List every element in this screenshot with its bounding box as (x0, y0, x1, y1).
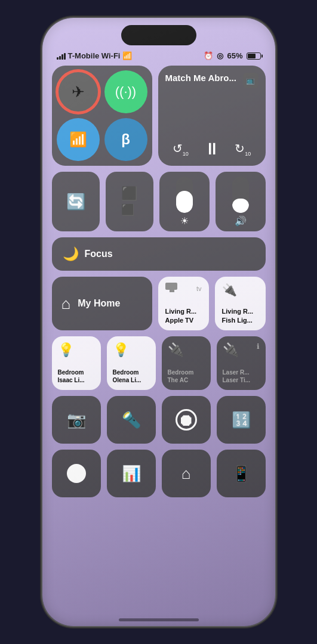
now-playing-title: Match Me Abro... (165, 73, 236, 83)
rewind-10-button[interactable]: ↺10 (173, 141, 189, 157)
row-4: ⌂ My Home tv Living R...Apple TV (52, 277, 266, 330)
dot-record-icon (67, 464, 86, 483)
now-playing-widget[interactable]: Match Me Abro... 📺 ↺10 ⏸ ↻10 (158, 66, 266, 166)
olena-light-label: BedroomOlena Li... (113, 369, 141, 384)
ac-icon: 🔌 (168, 342, 184, 358)
connectivity-block: ✈ ((·)) 📶 β (52, 66, 152, 166)
row-3: 🌙 Focus (52, 237, 266, 271)
focus-label: Focus (85, 249, 113, 259)
camera-button[interactable]: 📷 (52, 396, 101, 444)
brightness-fill (176, 191, 193, 213)
apple-tv-icon (165, 283, 178, 294)
my-home-label: My Home (78, 298, 120, 309)
status-bar: T-Mobile Wi-Fi 📶 ⏰ ◎ 65% (57, 51, 261, 60)
fish-light-button[interactable]: 🔌 Living R...Fish Lig... (215, 277, 266, 330)
signal-icon (57, 52, 66, 60)
airplane-icon: ✈ (72, 83, 85, 101)
row-1: ✈ ((·)) 📶 β Match Me Abro... 📺 (52, 66, 266, 166)
outlet-icon: 🔌 (222, 283, 237, 297)
row-2: 🔄 ⬛⬛ ☀ 🔊 (52, 172, 266, 231)
laser-icon: 🔌 (223, 342, 239, 358)
flashlight-button[interactable]: 🔦 (107, 396, 156, 444)
battery-icon (247, 52, 261, 60)
control-center: ✈ ((·)) 📶 β Match Me Abro... 📺 (52, 66, 266, 617)
status-carrier: T-Mobile Wi-Fi 📶 (57, 51, 133, 60)
volume-fill (232, 199, 249, 213)
carrier-text: T-Mobile Wi-Fi (68, 51, 121, 60)
volume-icon: 🔊 (235, 215, 247, 227)
now-playing-controls: ↺10 ⏸ ↻10 (165, 139, 258, 159)
cellular-icon: ((·)) (115, 84, 136, 100)
voice-icon: 📊 (122, 465, 141, 483)
screen-mirror-button[interactable]: ⬛⬛ (106, 172, 153, 231)
isaac-light-label: BedroomIsaac Li... (58, 369, 85, 384)
calculator-button[interactable]: 🔢 (217, 396, 266, 444)
rotation-lock-icon: 🔄 (66, 193, 85, 211)
laser-info-icon: ℹ (257, 342, 260, 351)
svg-rect-0 (165, 283, 177, 290)
fish-light-label: Living R...Fish Lig... (222, 307, 254, 324)
now-playing-top: Match Me Abro... 📺 (165, 73, 258, 88)
airplane-mode-button[interactable]: ✈ (57, 70, 100, 113)
screen-mirror-icon: ⬛⬛ (121, 186, 137, 217)
ac-label: BedroomThe AC (168, 369, 194, 384)
calculator-icon: 🔢 (232, 411, 251, 429)
cellular-button[interactable]: ((·)) (104, 70, 147, 113)
forward-10-button[interactable]: ↻10 (235, 141, 251, 157)
phone-frame: T-Mobile Wi-Fi 📶 ⏰ ◎ 65% ✈ ((·)) (42, 18, 275, 626)
dynamic-island (121, 25, 196, 45)
voice-recognition-button[interactable]: 📊 (107, 450, 156, 497)
olena-light-icon: 💡 (113, 342, 129, 358)
svg-rect-1 (170, 290, 174, 292)
remote-button[interactable]: 📱 (217, 450, 266, 497)
row-7: 📊 ⌂ 📱 (52, 450, 266, 497)
focus-button[interactable]: 🌙 Focus (52, 237, 266, 271)
home-indicator[interactable] (119, 618, 199, 621)
volume-track (232, 177, 249, 213)
remote-icon: 📱 (232, 465, 251, 483)
home-icon: ⌂ (61, 295, 71, 313)
apple-tv-label: Living R...Apple TV (165, 307, 197, 324)
apple-tv-button[interactable]: tv Living R...Apple TV (158, 277, 209, 330)
screen-rotation-button[interactable]: 🔄 (52, 172, 100, 231)
alarm-icon: ⏰ (204, 51, 213, 60)
screen-record-icon: ⏺ (176, 409, 197, 431)
laser-button[interactable]: 🔌 ℹ Laser R...Laser Ti... (217, 336, 266, 390)
brightness-icon: ☀ (180, 215, 189, 227)
screen-record-button[interactable]: ⏺ (162, 396, 211, 444)
status-right: ⏰ ◎ 65% (204, 51, 260, 60)
wifi-btn-icon: 📶 (69, 131, 87, 148)
flashlight-icon: 🔦 (122, 411, 141, 429)
appletv-logo: tv (196, 285, 202, 292)
battery-percent: 65% (227, 51, 242, 60)
dot-record-button[interactable] (52, 450, 101, 497)
bluetooth-icon: β (121, 131, 130, 148)
focus-moon-icon: 🌙 (63, 246, 79, 262)
home-shortcut-icon: ⌂ (181, 465, 191, 483)
brightness-track (176, 177, 193, 213)
isaac-light-button[interactable]: 💡 BedroomIsaac Li... (52, 336, 101, 390)
volume-slider[interactable]: 🔊 (216, 172, 266, 231)
olena-light-button[interactable]: 💡 BedroomOlena Li... (107, 336, 156, 390)
home-shortcut-button[interactable]: ⌂ (162, 450, 211, 497)
my-home-button[interactable]: ⌂ My Home (52, 277, 152, 330)
play-pause-button[interactable]: ⏸ (204, 139, 220, 159)
ac-button[interactable]: 🔌 BedroomThe AC (162, 336, 211, 390)
wifi-button[interactable]: 📶 (57, 118, 100, 161)
now-playing-app-icon: 📺 (243, 73, 258, 88)
row-5: 💡 BedroomIsaac Li... 💡 BedroomOlena Li..… (52, 336, 266, 390)
location-icon: ◎ (217, 51, 223, 60)
laser-label: Laser R...Laser Ti... (223, 369, 251, 384)
bluetooth-button[interactable]: β (104, 118, 147, 161)
brightness-slider[interactable]: ☀ (159, 172, 210, 231)
row-6: 📷 🔦 ⏺ 🔢 (52, 396, 266, 444)
camera-icon: 📷 (67, 411, 86, 429)
wifi-icon: 📶 (122, 51, 132, 60)
isaac-light-icon: 💡 (58, 342, 74, 358)
